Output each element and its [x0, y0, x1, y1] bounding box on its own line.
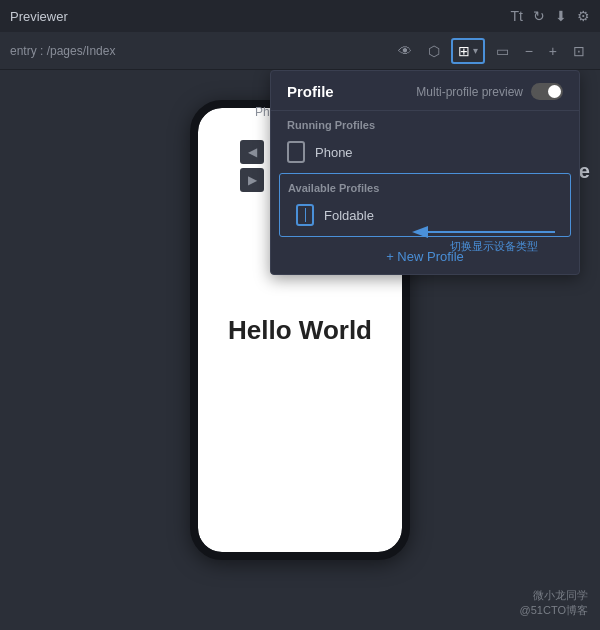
phone-icon	[287, 141, 305, 163]
watermark-line2: @51CTO博客	[520, 603, 588, 618]
nav-back[interactable]: ◀	[240, 140, 264, 164]
toggle-knob	[548, 85, 561, 98]
multi-profile-toggle[interactable]	[531, 83, 563, 100]
grid-btn[interactable]: ⊞ ▾	[451, 38, 485, 64]
foldable-icon	[296, 204, 314, 226]
foldable-profile-item[interactable]: Foldable	[280, 198, 570, 232]
hello-world-text: Hello World	[228, 315, 372, 346]
dropdown-title: Profile	[287, 83, 334, 100]
toolbar: entry : /pages/Index 👁 ⬡ ⊞ ▾ ▭ − + ⊡	[0, 32, 600, 70]
breadcrumb: entry : /pages/Index	[10, 44, 393, 58]
refresh-icon[interactable]: ↻	[533, 8, 545, 24]
multi-profile-section: Multi-profile preview	[416, 83, 563, 100]
zoom-out-btn[interactable]: −	[520, 40, 538, 62]
layers-btn[interactable]: ⬡	[423, 40, 445, 62]
font-icon[interactable]: Tt	[511, 8, 523, 24]
eye-btn[interactable]: 👁	[393, 40, 417, 62]
toolbar-right: 👁 ⬡ ⊞ ▾ ▭ − + ⊡	[393, 38, 590, 64]
title-bar: Previewer Tt ↻ ⬇ ⚙	[0, 0, 600, 32]
multi-profile-label: Multi-profile preview	[416, 85, 523, 99]
foldable-line	[305, 208, 306, 222]
main-area: Pho... ◀ ▶ Hello World Profile Multi-pro…	[0, 70, 600, 630]
dropdown-panel: Profile Multi-profile preview Running Pr…	[270, 70, 580, 275]
dropdown-header: Profile Multi-profile preview	[271, 71, 579, 111]
nav-arrows: ◀ ▶	[240, 140, 264, 192]
download-icon[interactable]: ⬇	[555, 8, 567, 24]
available-section-label: Available Profiles	[280, 178, 570, 198]
watermark: 微小龙同学 @51CTO博客	[520, 588, 588, 618]
zoom-in-btn[interactable]: +	[544, 40, 562, 62]
watermark-line1: 微小龙同学	[520, 588, 588, 603]
fullscreen-btn[interactable]: ⊡	[568, 40, 590, 62]
foldable-profile-name: Foldable	[324, 208, 374, 223]
available-section: Available Profiles Foldable	[279, 173, 571, 237]
frame-btn[interactable]: ▭	[491, 40, 514, 62]
title-bar-icons: Tt ↻ ⬇ ⚙	[511, 8, 590, 24]
phone-profile-name: Phone	[315, 145, 353, 160]
phone-profile-item[interactable]: Phone	[271, 135, 579, 169]
new-profile-button[interactable]: + New Profile	[271, 241, 579, 266]
settings-icon[interactable]: ⚙	[577, 8, 590, 24]
app-title: Previewer	[10, 9, 68, 24]
running-section-label: Running Profiles	[271, 111, 579, 135]
nav-forward[interactable]: ▶	[240, 168, 264, 192]
